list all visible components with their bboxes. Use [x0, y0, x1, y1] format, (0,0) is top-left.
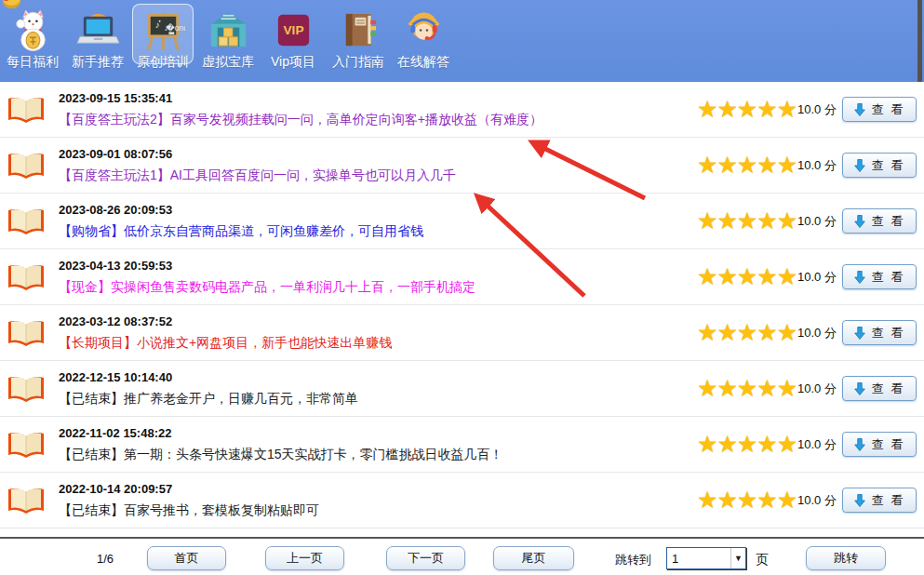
item-title[interactable]: 【现金】实操闲鱼售卖数码电器产品，一单利润几十上百，一部手机搞定 — [59, 279, 475, 296]
download-arrow-icon — [854, 103, 865, 116]
toolbar-item-online-support[interactable]: 在线解答 — [391, 0, 456, 69]
download-arrow-icon — [854, 494, 865, 507]
open-book-icon — [7, 484, 45, 517]
view-button[interactable]: 查 看 — [842, 376, 917, 401]
support-agent-icon — [402, 8, 446, 52]
pager-divider — [0, 537, 924, 539]
download-arrow-icon — [854, 327, 865, 340]
score-value: 10.0 — [797, 326, 821, 340]
item-score: 10.0 分 — [797, 101, 842, 118]
svg-text:�ond;: �ond; — [166, 22, 185, 33]
item-text-block: 2023-04-13 20:59:53 【现金】实操闲鱼售卖数码电器产品，一单利… — [59, 259, 475, 296]
item-text-block: 2022-12-15 10:14:40 【已结束】推广养老金开户，日赚几百元，非… — [59, 370, 358, 408]
star-rating: ★★★★★ — [697, 433, 792, 456]
page-indicator: 1/6 — [97, 552, 114, 566]
open-book-icon — [7, 372, 45, 406]
toolbar-item-daily-welfare[interactable]: 每日福利 — [0, 0, 65, 69]
chevron-down-icon[interactable]: ▼ — [730, 548, 745, 568]
vip-icon: VIP — [272, 8, 315, 52]
toolbar-item-label: 新手推荐 — [72, 55, 124, 69]
item-title[interactable]: 【已结束】第一期：头条号快速爆文15天实战打卡，零门槛挑战日收益几百！ — [59, 447, 503, 463]
item-title[interactable]: 【百度答主玩法2】百家号发视频挂载问一问，高单价定向询客+播放收益（有难度） — [59, 112, 542, 128]
view-button-label: 查 看 — [872, 325, 905, 341]
item-text-block: 2023-09-15 15:35:41 【百度答主玩法2】百家号发视频挂载问一问… — [59, 91, 542, 128]
item-title[interactable]: 【百度答主玩法1】AI工具回答百度问一问，实操单号也可以月入几千 — [59, 167, 456, 184]
item-title[interactable]: 【长期项目】小说推文+网盘项目，新手也能快速出单赚钱 — [59, 335, 392, 352]
first-page-button[interactable]: 首页 — [147, 546, 226, 570]
item-date: 2023-04-13 20:59:53 — [59, 259, 475, 273]
score-value: 10.0 — [797, 158, 821, 172]
app-window: 每日福利 新手推荐 — [0, 0, 924, 575]
item-text-block: 2022-10-14 20:09:57 【已结束】百家号推书，套模板复制粘贴即可 — [59, 482, 319, 519]
item-title[interactable]: 【购物省】低价京东自营商品渠道，可闲鱼赚差价，可自用省钱 — [59, 223, 423, 240]
page-unit-label: 页 — [756, 552, 769, 568]
jump-button[interactable]: 跳转 — [806, 546, 886, 570]
last-page-button[interactable]: 尾页 — [493, 546, 574, 570]
open-book-icon — [7, 149, 45, 182]
score-value: 10.0 — [797, 214, 821, 228]
toolbar-item-starter-guide[interactable]: 入门指南 — [326, 0, 391, 69]
view-button-label: 查 看 — [872, 436, 905, 453]
item-text-block: 2023-08-26 20:09:53 【购物省】低价京东自营商品渠道，可闲鱼赚… — [59, 203, 423, 240]
jump-to-label: 跳转到 — [615, 552, 651, 568]
view-button[interactable]: 查 看 — [842, 320, 917, 345]
page-select-combobox[interactable]: 1 ▼ — [666, 547, 746, 569]
svg-text:VIP: VIP — [283, 23, 303, 37]
guide-book-icon — [337, 8, 381, 52]
download-arrow-icon — [854, 438, 865, 451]
blackboard-icon: ♪ �ond; ♪ — [141, 8, 185, 52]
list-item: 2023-04-13 20:59:53 【现金】实操闲鱼售卖数码电器产品，一单利… — [0, 249, 924, 305]
item-title[interactable]: 【已结束】百家号推书，套模板复制粘贴即可 — [59, 502, 319, 519]
toolbar-item-label: 虚拟宝库 — [202, 55, 254, 69]
item-score: 10.0 分 — [797, 381, 842, 397]
toolbar-item-label: 在线解答 — [397, 55, 449, 69]
view-button[interactable]: 查 看 — [842, 208, 917, 234]
view-button[interactable]: 查 看 — [842, 264, 917, 289]
score-value: 10.0 — [797, 437, 821, 451]
item-rating-block: ★★★★★ 10.0 分 查 看 — [697, 320, 917, 345]
toolbar: 每日福利 新手推荐 — [0, 0, 924, 82]
toolbar-item-virtual-treasury[interactable]: 虚拟宝库 — [195, 0, 261, 69]
view-button[interactable]: 查 看 — [842, 153, 917, 178]
prev-page-button[interactable]: 上一页 — [265, 546, 344, 570]
item-rating-block: ★★★★★ 10.0 分 查 看 — [697, 97, 917, 122]
open-book-icon — [7, 316, 45, 350]
next-page-button[interactable]: 下一页 — [386, 546, 465, 570]
item-date: 2022-12-15 10:14:40 — [59, 370, 358, 384]
view-button[interactable]: 查 看 — [842, 97, 917, 122]
pagination-bar: 1/6 首页 上一页 下一页 尾页 跳转到 1 ▼ 页 跳转 — [0, 542, 924, 575]
toolbar-item-newbie[interactable]: 新手推荐 — [65, 0, 130, 69]
view-button-label: 查 看 — [872, 101, 905, 118]
list-item: 2022-10-14 20:09:57 【已结束】百家号推书，套模板复制粘贴即可… — [0, 473, 924, 528]
star-rating: ★★★★★ — [697, 265, 792, 288]
item-text-block: 2022-11-02 15:48:22 【已结束】第一期：头条号快速爆文15天实… — [59, 426, 503, 463]
svg-text:♪: ♪ — [164, 22, 168, 33]
star-rating: ★★★★★ — [697, 98, 792, 121]
list-item: 2022-12-15 10:14:40 【已结束】推广养老金开户，日赚几百元，非… — [0, 361, 924, 417]
score-value: 10.0 — [797, 381, 821, 395]
toolbar-item-vip-project[interactable]: VIP Vip项目 — [261, 0, 326, 69]
view-button[interactable]: 查 看 — [842, 488, 917, 513]
download-arrow-icon — [854, 159, 865, 172]
item-text-block: 2023-03-12 08:37:52 【长期项目】小说推文+网盘项目，新手也能… — [59, 314, 392, 352]
warehouse-icon — [207, 8, 250, 52]
item-title[interactable]: 【已结束】推广养老金开户，日赚几百元，非常简单 — [59, 391, 358, 408]
course-list: 2023-09-15 15:35:41 【百度答主玩法2】百家号发视频挂载问一问… — [0, 82, 924, 528]
item-rating-block: ★★★★★ 10.0 分 查 看 — [697, 264, 917, 289]
view-button[interactable]: 查 看 — [842, 432, 917, 457]
page-select-value: 1 — [667, 552, 730, 566]
item-text-block: 2023-09-01 08:07:56 【百度答主玩法1】AI工具回答百度问一问… — [59, 147, 456, 184]
lucky-cat-icon — [11, 8, 55, 52]
view-button-label: 查 看 — [872, 381, 905, 397]
view-button-label: 查 看 — [872, 269, 905, 286]
item-rating-block: ★★★★★ 10.0 分 查 看 — [697, 208, 917, 234]
toolbar-item-original-training[interactable]: ♪ �ond; ♪ 原创培训 — [130, 0, 195, 69]
item-score: 10.0 分 — [797, 492, 842, 509]
view-button-label: 查 看 — [872, 492, 905, 509]
score-value: 10.0 — [797, 270, 821, 284]
score-unit: 分 — [824, 270, 837, 284]
item-date: 2023-09-15 15:35:41 — [59, 91, 542, 105]
item-score: 10.0 分 — [797, 325, 842, 341]
item-score: 10.0 分 — [797, 436, 842, 453]
list-item: 2022-11-02 15:48:22 【已结束】第一期：头条号快速爆文15天实… — [0, 417, 924, 473]
